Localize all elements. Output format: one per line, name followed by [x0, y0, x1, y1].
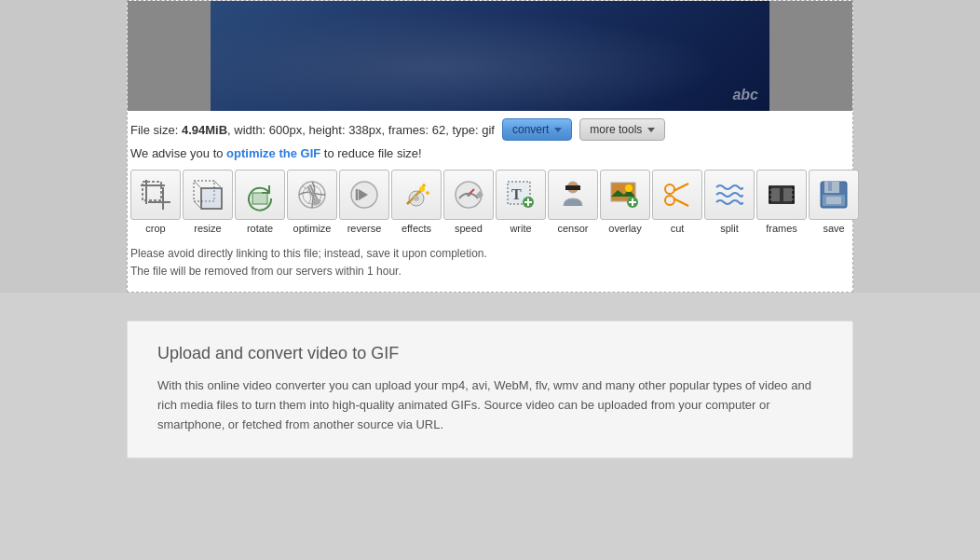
tool-resize[interactable]: resize [183, 170, 233, 234]
svg-line-7 [194, 181, 201, 188]
write-icon: T [496, 170, 546, 220]
reverse-icon [339, 170, 389, 220]
advice-prefix: We advise you to [130, 146, 226, 160]
tool-crop[interactable]: crop [130, 170, 181, 234]
gif-editor-panel: abc File size: 4.94MiB, width: 600px, he… [127, 0, 853, 293]
split-label: split [720, 223, 739, 234]
type-value: gif [482, 123, 495, 137]
overlay-label: overlay [608, 223, 641, 234]
notice-line2: The file will be removed from our server… [130, 263, 850, 280]
rotate-label: rotate [247, 223, 273, 234]
notice-line1: Please avoid directly linking to this fi… [130, 245, 850, 263]
convert-button[interactable]: convert [502, 118, 572, 141]
svg-line-9 [194, 201, 201, 209]
svg-rect-51 [769, 196, 771, 198]
svg-point-24 [414, 196, 419, 201]
svg-line-44 [674, 184, 688, 191]
svg-rect-10 [252, 193, 267, 204]
effects-label: effects [402, 223, 431, 234]
height-value: 338px [348, 123, 381, 137]
svg-rect-48 [783, 188, 793, 201]
tool-cut[interactable]: cut [652, 170, 702, 234]
convert-label: convert [512, 123, 549, 136]
tool-optimize[interactable]: optimize [287, 170, 337, 234]
resize-label: resize [194, 223, 221, 234]
tool-rotate[interactable]: rotate [235, 170, 285, 234]
svg-line-8 [214, 181, 222, 188]
split-icon [704, 170, 755, 220]
gif-preview-container: abc [128, 1, 852, 111]
watermark: abc [732, 87, 758, 103]
write-label: write [510, 223, 531, 234]
crop-label: crop [145, 223, 165, 234]
svg-text:T: T [511, 186, 522, 202]
file-size-value: 4.94MiB [182, 123, 227, 137]
rotate-icon [235, 170, 285, 220]
svg-point-43 [665, 196, 674, 205]
save-icon [809, 170, 859, 220]
frames-value: 62 [432, 123, 445, 137]
tools-toolbar: crop resize [127, 166, 853, 238]
optimize-label: optimize [293, 223, 332, 234]
tool-speed[interactable]: speed [443, 170, 494, 234]
more-tools-label: more tools [590, 123, 642, 136]
svg-rect-56 [792, 200, 795, 203]
svg-rect-50 [769, 191, 771, 194]
save-label: save [823, 223, 844, 234]
gif-preview: abc [211, 1, 769, 111]
tool-save[interactable]: save [809, 170, 859, 234]
svg-rect-36 [565, 185, 580, 190]
gif-image [211, 1, 769, 111]
censor-label: censor [557, 223, 588, 234]
tool-split[interactable]: split [704, 170, 755, 234]
bottom-section: Upload and convert video to GIF With thi… [0, 293, 980, 485]
tool-reverse[interactable]: reverse [339, 170, 389, 234]
svg-line-45 [674, 198, 688, 206]
advice-bar: We advise you to optimize the GIF to red… [127, 144, 853, 166]
advice-suffix: to reduce file size! [320, 146, 421, 160]
svg-rect-49 [769, 186, 771, 189]
svg-rect-55 [792, 196, 795, 198]
width-value: 600px [269, 123, 302, 137]
notice-box: Please avoid directly linking to this fi… [127, 238, 853, 292]
cut-icon [652, 170, 702, 220]
frames-icon [756, 170, 807, 220]
tool-frames[interactable]: frames [756, 170, 807, 234]
overlay-icon [600, 170, 650, 220]
svg-rect-52 [769, 200, 771, 203]
svg-rect-6 [201, 188, 222, 209]
frames-label: frames [766, 223, 797, 234]
optimize-link[interactable]: optimize the GIF [226, 146, 320, 160]
tool-overlay[interactable]: overlay [600, 170, 650, 234]
crop-icon [130, 170, 181, 220]
svg-rect-47 [770, 188, 780, 201]
tool-censor[interactable]: censor [548, 170, 598, 234]
tool-write[interactable]: T write [496, 170, 546, 234]
speed-label: speed [455, 223, 483, 234]
file-size-info: File size: 4.94MiB, width: 600px, height… [130, 123, 495, 137]
more-tools-arrow-icon [647, 128, 655, 132]
convert-arrow-icon [554, 128, 562, 132]
tool-effects[interactable]: effects [391, 170, 442, 234]
more-tools-button[interactable]: more tools [579, 118, 665, 141]
svg-point-27 [467, 193, 470, 197]
cut-label: cut [671, 223, 685, 234]
upload-card: Upload and convert video to GIF With thi… [127, 321, 853, 458]
svg-rect-53 [792, 186, 795, 189]
resize-icon [183, 170, 233, 220]
svg-rect-59 [828, 182, 832, 191]
optimize-icon [287, 170, 337, 220]
upload-title: Upload and convert video to GIF [157, 344, 823, 363]
page-wrapper: abc File size: 4.94MiB, width: 600px, he… [0, 0, 980, 560]
svg-point-38 [625, 184, 633, 192]
svg-rect-61 [826, 197, 841, 204]
svg-point-42 [665, 184, 674, 194]
speed-icon [443, 170, 494, 220]
effects-icon [391, 170, 442, 220]
file-info-bar: File size: 4.94MiB, width: 600px, height… [127, 111, 853, 144]
censor-icon [548, 170, 598, 220]
reverse-label: reverse [347, 223, 382, 234]
upload-description: With this online video converter you can… [157, 376, 823, 434]
svg-rect-54 [792, 191, 795, 194]
